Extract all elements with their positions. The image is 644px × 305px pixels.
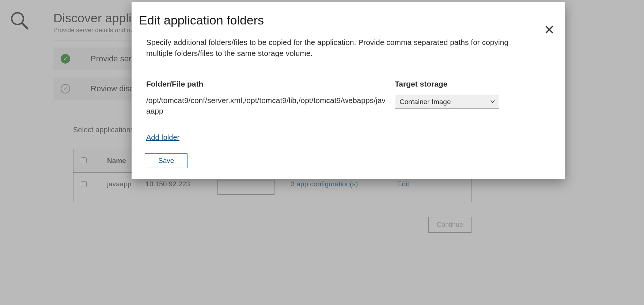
- chevron-down-icon: [490, 98, 495, 106]
- save-button[interactable]: Save: [145, 153, 187, 168]
- folder-path-value: /opt/tomcat9/conf/server.xml,/opt/tomcat…: [146, 95, 387, 117]
- modal-description: Specify additional folders/files to be c…: [146, 37, 534, 59]
- add-folder-link[interactable]: Add folder: [146, 133, 179, 142]
- close-icon[interactable]: ✕: [544, 23, 555, 37]
- modal-form-row: Folder/File path /opt/tomcat9/conf/serve…: [146, 80, 550, 117]
- target-storage-value: Container Image: [399, 98, 451, 106]
- folder-path-label: Folder/File path: [146, 80, 387, 88]
- target-storage-label: Target storage: [395, 80, 504, 88]
- edit-folders-modal: ✕ Edit application folders Specify addit…: [132, 2, 565, 179]
- target-storage-select[interactable]: Container Image: [395, 95, 499, 109]
- modal-title: Edit application folders: [139, 13, 550, 27]
- target-storage-column: Target storage Container Image: [395, 80, 504, 117]
- folder-path-column: Folder/File path /opt/tomcat9/conf/serve…: [146, 80, 387, 117]
